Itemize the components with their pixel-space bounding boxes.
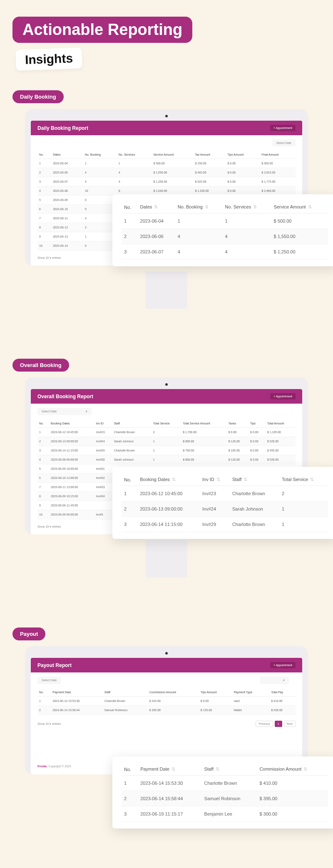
daily-title: Daily Booking Report [37, 125, 88, 131]
table-row[interactable]: 12023-06-12 10:45:00Inv#23Charlotte Brow… [122, 486, 328, 501]
table-row[interactable]: 22023-06-14 15:58:44Samuel Robinson$ 395… [122, 791, 328, 806]
prev-button[interactable]: Previous [256, 721, 273, 727]
daily-tag: Daily Booking [12, 90, 64, 103]
table-row[interactable]: 22023-06-14 15:58:44Samuel Robinson$ 395… [37, 706, 296, 715]
column-header[interactable]: Dates ⇅ [138, 201, 175, 213]
column-header[interactable]: Staff ⇅ [202, 763, 257, 776]
daily-header: Daily Booking Report + Appointment [31, 121, 302, 135]
page-current[interactable]: 1 [275, 721, 282, 727]
column-header[interactable]: No. [37, 151, 51, 159]
table-row[interactable]: 12023-06-14 15:53:30Charlotte Brown$ 410… [37, 697, 296, 706]
column-header[interactable]: Commission Amount ⇅ [257, 763, 328, 776]
column-header[interactable]: Total Service ⇅ [279, 474, 328, 486]
payout-monitor: Payout Report + Appointment Select Date … [25, 646, 308, 774]
column-header[interactable]: Commission Amount [148, 688, 199, 697]
payout-section: Payout Payout Report + Appointment Selec… [12, 627, 321, 818]
overall-tag: Overall Booking [12, 359, 69, 372]
overall-header: Overall Booking Report + Appointment [31, 389, 302, 404]
table-row[interactable]: 32023-06-0744$ 1,250.00$ 525.00$ 0.00$ 1… [37, 177, 296, 186]
table-row[interactable]: 32023-06-14 11:15:00Inv#29Charlotte Brow… [122, 517, 328, 532]
column-header[interactable]: Tips Amount [226, 151, 260, 159]
column-header[interactable]: Staff [103, 688, 148, 697]
column-header[interactable]: No. Services [117, 151, 152, 159]
column-header[interactable]: Dates [51, 151, 83, 159]
column-header[interactable]: Service Amount ⇅ [271, 201, 328, 213]
hero: Actionable Reporting Insights [12, 17, 321, 69]
column-header[interactable]: Tax Amount [193, 151, 226, 159]
monitor-stand [146, 271, 187, 309]
copyright: Frezka. Copyright © 2023 [31, 765, 78, 772]
hero-subtitle: Insights [15, 47, 82, 71]
column-header[interactable]: Total Pay [269, 688, 296, 697]
payout-table: No.Payment DateStaffCommission AmountTip… [37, 688, 296, 715]
table-row[interactable]: 32023-06-19 11:15:17Benjamin Lee$ 300.00 [122, 806, 328, 822]
dropdown-icon[interactable]: ▾ [260, 677, 289, 684]
column-header[interactable]: Payment Date ⇅ [138, 763, 201, 776]
table-row[interactable]: 22023-06-0644$ 1,550.00$ 465.00$ 0.00$ 2… [37, 168, 296, 177]
next-button[interactable]: Next [284, 721, 296, 727]
select-date-dropdown[interactable]: Select Date▾ [37, 408, 92, 415]
table-row[interactable]: 12023-06-12 10:45:00Inv#23Charlotte Brow… [37, 428, 296, 437]
column-header[interactable]: Final Amount [260, 151, 296, 159]
table-row[interactable]: 12023-06-0411$ 500.00 [122, 213, 328, 229]
column-header[interactable]: Booking Dates [49, 419, 94, 428]
column-header[interactable]: Inv ID [94, 419, 112, 428]
table-row[interactable]: 42023-06-08 09:00:00Inv#30Sarah Johnson1… [37, 455, 296, 464]
camera-dot [165, 652, 168, 655]
column-header[interactable]: Total Service Amount [181, 419, 227, 428]
table-row[interactable]: 22023-06-13 09:00:00Inv#24Sarah Johnson1… [37, 437, 296, 446]
payout-header: Payout Report + Appointment [31, 658, 302, 672]
table-row[interactable]: 32023-06-14 11:15:00Inv#29Charlotte Brow… [37, 446, 296, 455]
table-row[interactable]: 22023-06-13 09:00:00Inv#24Sarah Johnson1 [122, 501, 328, 517]
column-header[interactable]: No. [122, 763, 138, 776]
column-header[interactable]: Tips Amount [199, 688, 232, 697]
column-header[interactable]: Total Service [152, 419, 181, 428]
column-header[interactable]: Total Amount [266, 419, 296, 428]
column-header[interactable]: Payment Date [51, 688, 103, 697]
column-header[interactable]: Service Amount [152, 151, 193, 159]
appointment-button[interactable]: + Appointment [270, 393, 296, 399]
monitor-stand [146, 540, 187, 578]
column-header[interactable]: No. [37, 688, 51, 697]
appointment-button[interactable]: + Appointment [270, 125, 296, 131]
daily-zoom: No.Dates ⇅No. Booking ⇅No. Services ⇅Ser… [112, 194, 333, 266]
column-header[interactable]: Taxes [227, 419, 249, 428]
column-header[interactable]: No. [37, 419, 49, 428]
column-header[interactable]: No. [122, 474, 137, 486]
column-header[interactable]: No. [122, 201, 138, 213]
camera-dot [165, 115, 168, 117]
table-row[interactable]: 12023-06-0411$ 500.00$ 150.00$ 0.00$ 650… [37, 159, 296, 168]
column-header[interactable]: No. Booking [83, 151, 117, 159]
column-header[interactable]: No. Booking ⇅ [175, 201, 223, 213]
column-header[interactable]: Staff ⇅ [230, 474, 279, 486]
column-header[interactable]: Inv ID ⇅ [200, 474, 230, 486]
overall-title: Overall Booking Report [37, 394, 93, 399]
column-header[interactable]: Booking Dates ⇅ [137, 474, 200, 486]
overall-section: Overall Booking Overall Booking Report +… [12, 359, 321, 578]
select-date[interactable]: Select Date [272, 139, 296, 146]
overall-zoom: No.Booking Dates ⇅Inv ID ⇅Staff ⇅Total S… [112, 467, 333, 539]
table-row[interactable]: 22023-06-0644$ 1,550.00 [122, 229, 328, 244]
camera-dot [165, 383, 168, 386]
payout-pager: Show 10 ▾ entries Previous 1 Next [31, 719, 302, 733]
payout-zoom: No.Payment Date ⇅Staff ⇅Commission Amoun… [112, 756, 333, 828]
table-row[interactable]: 12023-06-14 15:53:30Charlotte Brown$ 410… [122, 776, 328, 791]
select-date[interactable]: Select Date [37, 677, 61, 684]
payout-tag: Payout [12, 627, 45, 640]
table-row[interactable]: 32023-06-0744$ 1,250.00 [122, 244, 328, 260]
appointment-button[interactable]: + Appointment [270, 662, 296, 668]
payout-title: Payout Report [37, 662, 72, 668]
column-header[interactable]: Payment Type [232, 688, 269, 697]
hero-title: Actionable Reporting [12, 17, 192, 43]
column-header[interactable]: No. Services ⇅ [223, 201, 271, 213]
daily-section: Daily Booking Daily Booking Report + App… [12, 90, 321, 309]
column-header[interactable]: Staff [112, 419, 152, 428]
column-header[interactable]: Tips [249, 419, 266, 428]
